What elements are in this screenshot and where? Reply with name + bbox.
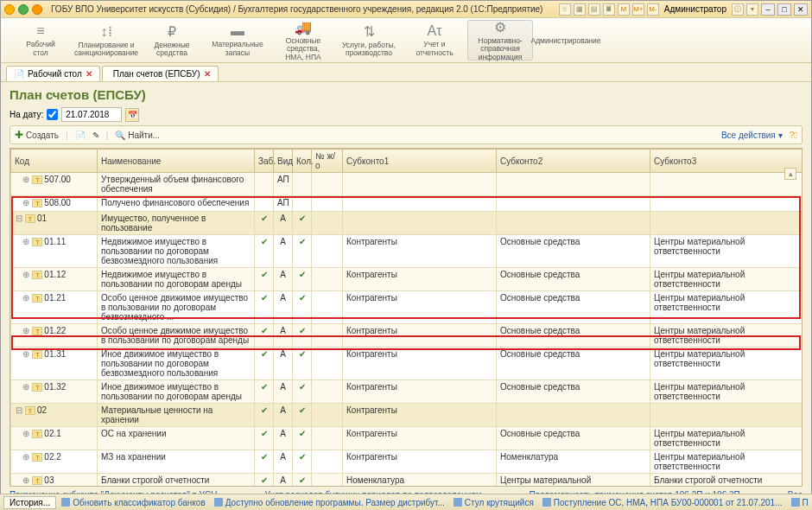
menu-icon: ≡ xyxy=(36,23,44,39)
menu-icon: ▬ xyxy=(231,23,244,39)
dropdown-icon[interactable]: ▾ xyxy=(746,3,758,16)
table-row[interactable]: ⊕Т508.00Получено финансового обеспечения… xyxy=(11,196,803,212)
action-bar: ✚Создать | 📄 ✎ | 🔍Найти... Все действия … xyxy=(10,125,802,144)
column-header[interactable]: Наименование xyxy=(98,150,255,173)
tab[interactable]: План счетов (ЕПСБУ)✕ xyxy=(102,66,219,81)
history-button[interactable]: История... xyxy=(3,496,56,509)
nav-back-icon[interactable] xyxy=(4,4,15,15)
menu-icon: ₽ xyxy=(168,23,176,40)
nav-fwd-icon[interactable] xyxy=(18,4,29,15)
menu-icon: ↕⁞ xyxy=(101,23,112,40)
status-icon xyxy=(454,498,462,507)
column-header[interactable]: Вид xyxy=(274,150,293,173)
close-button[interactable]: ✕ xyxy=(794,3,808,16)
table-row[interactable]: ⊕Т02.1ОС на хранении✔А✔КонтрагентыОсновн… xyxy=(11,427,803,450)
minimize-button[interactable]: – xyxy=(761,3,775,16)
status-item[interactable]: Доступно обновление программы. Размер ди… xyxy=(214,498,445,507)
menu-item[interactable]: ⚙Нормативно-справочнаяинформация xyxy=(467,20,533,61)
column-header[interactable]: Субконто3 xyxy=(650,150,803,173)
status-icon xyxy=(791,498,800,507)
menu-item[interactable]: 🚚Основные средства,НМА, НПА xyxy=(270,20,336,61)
edit-button[interactable]: ✎ xyxy=(92,131,99,140)
status-item[interactable]: Поступление ОС, НМА, НПА БУ00-000001 от … xyxy=(542,498,783,507)
status-icon xyxy=(542,498,551,507)
close-tab-icon[interactable]: ✕ xyxy=(204,69,211,79)
copy-button[interactable]: 📄 xyxy=(75,131,86,140)
create-button[interactable]: ✚Создать xyxy=(15,129,59,141)
table-row[interactable]: ⊕Т01.11Недвижимое имущество в пользовани… xyxy=(11,235,803,268)
table-row[interactable]: ⊕Т03Бланки строгой отчетности✔А✔Номенкла… xyxy=(11,474,803,488)
menu-item[interactable]: ≡Рабочийстол xyxy=(8,20,73,61)
table-row[interactable]: ⊟Т01Имущество, полученное в пользование✔… xyxy=(11,212,803,235)
info-icon[interactable]: ⓘ xyxy=(732,3,744,16)
menu-icon: Аτ xyxy=(428,23,442,39)
find-button[interactable]: 🔍Найти... xyxy=(115,131,160,140)
menu-item[interactable]: ₽Денежныесредства xyxy=(139,20,205,61)
table-row[interactable]: ⊟Т02Материальные ценности на хранении✔А✔… xyxy=(11,404,803,427)
menu-item[interactable]: ▬Материальныезапасы xyxy=(205,20,270,61)
table-row[interactable]: ⊕Т01.32Иное движимое имущество в пользов… xyxy=(11,380,803,404)
tb-icon[interactable]: 🖩 xyxy=(603,3,615,16)
scroll-up-icon[interactable]: ▴ xyxy=(784,168,796,180)
tb-icon[interactable]: M xyxy=(618,3,630,16)
table-row[interactable]: ⊕Т01.21Особо ценное движимое имущество в… xyxy=(11,291,803,324)
menu-item[interactable]: ↕⁞Планирование исанкционирование xyxy=(73,20,139,61)
menu-icon: ⚙ xyxy=(494,19,506,35)
main-toolbar: ≡Рабочийстол↕⁞Планирование исанкциониров… xyxy=(1,18,811,63)
tb-icon[interactable]: M- xyxy=(647,3,659,16)
status-bar: История... Обновить классификатор банков… xyxy=(0,494,812,510)
menu-item[interactable]: ⇅Услуги, работы,производство xyxy=(336,20,402,61)
date-label: На дату: xyxy=(10,110,43,119)
window-title: ГОБУ ВПО Университет искусств (Субсидия)… xyxy=(46,4,555,14)
menu-icon: ⇅ xyxy=(364,23,375,40)
all-actions-button[interactable]: Все действия ▾ xyxy=(721,131,783,140)
user-label: Администратор xyxy=(662,4,729,14)
menu-item[interactable]: АτУчет иотчетность xyxy=(402,20,467,61)
table-row[interactable]: ⊕Т01.12Недвижимое имущество в пользовани… xyxy=(11,268,803,291)
column-header[interactable]: Субконто1 xyxy=(343,150,497,173)
menu-item[interactable]: Администрирование xyxy=(533,20,599,61)
maximize-button[interactable]: □ xyxy=(777,3,791,16)
table-row[interactable]: ⊕Т02.2МЗ на хранении✔А✔КонтрагентыНоменк… xyxy=(11,450,803,474)
accounts-table: КодНаименованиеЗаб.ВидКол.№ ж/оСубконто1… xyxy=(10,148,802,487)
tb-icon[interactable]: M+ xyxy=(632,3,644,16)
page-title: План счетов (ЕПСБУ) xyxy=(10,87,802,102)
close-tab-icon[interactable]: ✕ xyxy=(86,69,92,79)
status-item[interactable]: Стул крутящийся xyxy=(454,498,534,507)
column-header[interactable]: Кол. xyxy=(293,150,312,173)
date-enabled-checkbox[interactable] xyxy=(47,109,58,120)
calendar-icon[interactable]: 📅 xyxy=(125,108,139,122)
help-icon[interactable]: ?⃝ xyxy=(790,131,797,140)
status-icon xyxy=(61,498,70,507)
date-input[interactable] xyxy=(61,107,122,122)
menu-icon: 🚚 xyxy=(295,19,312,35)
column-header[interactable]: Код xyxy=(11,150,98,173)
title-bar: ГОБУ ВПО Университет искусств (Субсидия)… xyxy=(1,1,811,18)
tb-icon[interactable]: ▦ xyxy=(574,3,586,16)
table-row[interactable]: ⊕Т01.22Особо ценное движимое имущество в… xyxy=(11,324,803,347)
tab-bar: 📄Рабочий стол✕План счетов (ЕПСБУ)✕ xyxy=(1,63,811,82)
tb-icon[interactable]: ▤ xyxy=(588,3,600,16)
status-item[interactable]: Обновить классификатор банков xyxy=(61,498,206,507)
column-header[interactable]: № ж/о xyxy=(312,150,343,173)
favorites-icon[interactable] xyxy=(32,4,42,15)
status-item[interactable]: Принятие к учету ОС, НМА, НПА БУ00-00000… xyxy=(791,498,809,507)
status-icon xyxy=(214,498,223,507)
table-row[interactable]: ⊕Т507.00Утвержденный объем финансового о… xyxy=(11,173,803,196)
table-row[interactable]: ⊕Т01.31Иное движимое имущество в пользов… xyxy=(11,347,803,380)
tb-icon[interactable]: ☆ xyxy=(559,3,571,16)
column-header[interactable]: Заб. xyxy=(255,150,274,173)
tab[interactable]: 📄Рабочий стол✕ xyxy=(6,66,100,81)
column-header[interactable]: Субконто2 xyxy=(497,150,650,173)
